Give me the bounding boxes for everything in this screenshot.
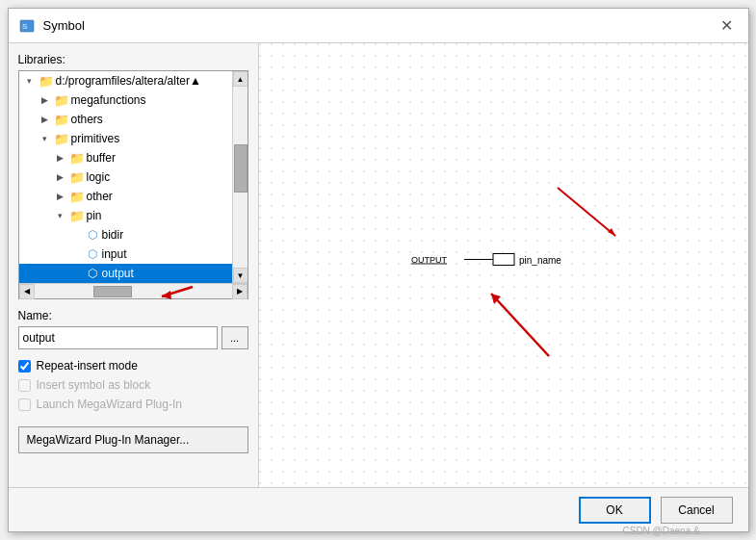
symbol-preview: OUTPUT pin_name <box>411 244 565 286</box>
tree-label-logic: logic <box>87 170 111 184</box>
file-icon-bidir: ⬡ <box>85 227 100 243</box>
expand-icon-bidir <box>69 228 83 242</box>
folder-icon-others: 📁 <box>54 112 69 127</box>
dialog-title: Symbol <box>43 18 715 33</box>
insert-block-checkbox[interactable] <box>18 379 31 392</box>
expand-icon-logic[interactable]: ▶ <box>54 170 67 184</box>
tree-label-root: d:/programfiles/altera/alter▲ <box>56 74 201 88</box>
expand-icon-pin[interactable]: ▾ <box>54 209 67 222</box>
hscroll-right-btn[interactable]: ▶ <box>232 284 248 299</box>
close-button[interactable]: ✕ <box>715 14 739 37</box>
left-panel: Libraries: ▾ 📁 d:/programfiles/altera/al… <box>9 43 259 487</box>
tree-item-pin[interactable]: ▾ 📁 pin <box>19 206 232 225</box>
watermark: CSDN @Daena.&... <box>622 526 708 536</box>
name-input[interactable] <box>18 326 218 349</box>
tree-container: ▾ 📁 d:/programfiles/altera/alter▲ ▶ 📁 me… <box>18 70 248 299</box>
folder-icon-pin: 📁 <box>69 208 85 223</box>
libraries-label: Libraries: <box>18 53 248 66</box>
repeat-insert-checkbox[interactable] <box>18 360 31 373</box>
browse-button[interactable]: ... <box>222 326 248 349</box>
name-label: Name: <box>18 309 248 322</box>
tree-label-other: other <box>87 190 113 203</box>
dialog-body: Libraries: ▾ 📁 d:/programfiles/altera/al… <box>9 43 748 487</box>
hscroll-track[interactable] <box>35 285 232 298</box>
expand-icon-other[interactable]: ▶ <box>54 190 67 203</box>
tree-item-megafunctions[interactable]: ▶ 📁 megafunctions <box>19 90 232 110</box>
tree-item-input[interactable]: ⬡ input <box>19 244 232 264</box>
expand-icon-root[interactable]: ▾ <box>23 74 37 88</box>
insert-block-row: Insert symbol as block <box>18 378 248 392</box>
h-scroll-area[interactable]: ◀ ▶ <box>19 283 248 298</box>
tree-vscrollbar[interactable]: ▲ ▼ <box>232 71 248 283</box>
dialog-icon: S <box>18 17 36 35</box>
hscroll-thumb[interactable] <box>93 286 132 297</box>
tree-item-root[interactable]: ▾ 📁 d:/programfiles/altera/alter▲ <box>19 71 232 90</box>
title-bar: S Symbol ✕ <box>9 9 748 43</box>
right-panel: OUTPUT pin_name <box>259 43 748 487</box>
folder-icon-root: 📁 <box>39 73 54 89</box>
tree-item-bidir[interactable]: ⬡ bidir <box>19 225 232 244</box>
tree-label-output: output <box>102 267 134 280</box>
repeat-insert-row: Repeat-insert mode <box>18 359 248 373</box>
tree-label-others: others <box>71 113 103 126</box>
expand-icon-buffer[interactable]: ▶ <box>54 151 67 165</box>
options-section: Repeat-insert mode Insert symbol as bloc… <box>18 359 248 453</box>
pin-name-text: pin_name <box>519 254 561 265</box>
repeat-insert-label[interactable]: Repeat-insert mode <box>37 359 138 373</box>
ok-button[interactable]: OK <box>579 497 651 524</box>
scroll-thumb[interactable] <box>234 144 248 193</box>
tree-list: ▾ 📁 d:/programfiles/altera/alter▲ ▶ 📁 me… <box>19 71 232 283</box>
expand-icon-primitives[interactable]: ▾ <box>39 132 52 145</box>
tree-item-buffer[interactable]: ▶ 📁 buffer <box>19 148 232 167</box>
svg-rect-5 <box>493 253 514 265</box>
symbol-dialog: S Symbol ✕ Libraries: ▾ 📁 d:/programfile… <box>8 8 749 532</box>
tree-label-input: input <box>102 247 127 261</box>
svg-text:S: S <box>22 22 27 31</box>
megawizard-manager-button[interactable]: MegaWizard Plug-In Manager... <box>18 426 248 453</box>
insert-block-label: Insert symbol as block <box>37 378 151 392</box>
cancel-button[interactable]: Cancel <box>661 497 733 524</box>
expand-icon-input <box>69 247 83 261</box>
tree-item-primitives[interactable]: ▾ 📁 primitives <box>19 129 232 148</box>
tree-label-primitives: primitives <box>71 132 120 145</box>
tree-item-other[interactable]: ▶ 📁 other <box>19 187 232 206</box>
expand-icon-output <box>69 267 83 280</box>
tree-label-megafunctions: megafunctions <box>71 93 146 107</box>
folder-icon-logic: 📁 <box>69 169 85 185</box>
launch-wizard-label: Launch MegaWizard Plug-In <box>37 398 182 411</box>
folder-icon-megafunctions: 📁 <box>54 92 69 108</box>
name-row: ... <box>18 326 248 349</box>
name-section: Name: ... <box>18 309 248 349</box>
annotation-arrow <box>334 249 488 326</box>
folder-icon-buffer: 📁 <box>69 150 85 166</box>
expand-icon-megafunctions[interactable]: ▶ <box>39 93 52 107</box>
launch-wizard-row: Launch MegaWizard Plug-In <box>18 398 248 411</box>
tree-item-others[interactable]: ▶ 📁 others <box>19 110 232 129</box>
bottom-bar: CSDN @Daena.&... OK Cancel <box>9 487 748 531</box>
tree-label-pin: pin <box>87 209 102 222</box>
file-icon-input: ⬡ <box>85 246 100 262</box>
scroll-down-btn[interactable]: ▼ <box>233 268 248 283</box>
scroll-track[interactable] <box>233 87 248 268</box>
scroll-up-btn[interactable]: ▲ <box>233 71 248 87</box>
hscroll-left-btn[interactable]: ◀ <box>19 284 35 299</box>
expand-icon-others[interactable]: ▶ <box>39 113 52 126</box>
tree-label-bidir: bidir <box>102 228 124 242</box>
folder-icon-primitives: 📁 <box>54 131 69 146</box>
tree-item-logic[interactable]: ▶ 📁 logic <box>19 167 232 187</box>
folder-icon-other: 📁 <box>69 189 85 204</box>
tree-item-output[interactable]: ⬡ output <box>19 264 232 283</box>
launch-wizard-checkbox[interactable] <box>18 399 31 411</box>
tree-label-buffer: buffer <box>87 151 116 165</box>
file-icon-output: ⬡ <box>85 266 100 281</box>
